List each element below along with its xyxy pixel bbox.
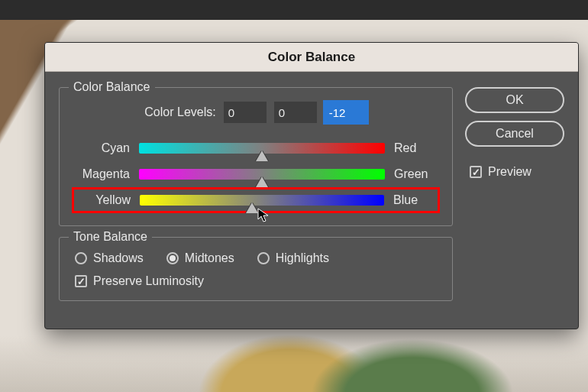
slider-yellow-blue-highlighted[interactable]: Yellow Blue xyxy=(72,187,440,213)
slider-magenta-green[interactable]: Magenta Green xyxy=(72,161,440,187)
radio-label: Shadows xyxy=(93,251,144,265)
slider-cyan-red[interactable]: Cyan Red xyxy=(72,135,440,161)
preserve-luminosity-checkbox[interactable] xyxy=(75,275,87,287)
slider-thumb-icon[interactable] xyxy=(256,177,268,187)
slider-thumb-icon[interactable] xyxy=(246,202,258,213)
radio-highlights[interactable]: Highlights xyxy=(257,251,329,265)
level-input-2[interactable] xyxy=(325,102,367,123)
slider-label-cyan: Cyan xyxy=(75,141,130,155)
ok-button[interactable]: OK xyxy=(465,87,564,113)
color-balance-group: Color Balance Color Levels: Cyan Red Mag… xyxy=(59,87,453,226)
slider-label-green: Green xyxy=(394,167,437,181)
radio-label: Midtones xyxy=(185,251,234,265)
radio-midtones[interactable]: Midtones xyxy=(166,251,234,265)
slider-label-magenta: Magenta xyxy=(75,167,130,181)
slider-thumb-icon[interactable] xyxy=(256,151,268,161)
color-balance-dialog: Color Balance Color Balance Color Levels… xyxy=(44,42,579,329)
slider-label-yellow: Yellow xyxy=(76,193,131,207)
slider-track-cyan-red[interactable] xyxy=(139,143,385,154)
tone-balance-legend: Tone Balance xyxy=(69,230,152,244)
radio-icon xyxy=(75,252,87,264)
radio-icon xyxy=(166,252,179,264)
slider-track-yellow-blue[interactable] xyxy=(140,195,384,206)
radio-shadows[interactable]: Shadows xyxy=(75,251,144,265)
radio-label: Highlights xyxy=(276,251,329,265)
color-levels-label: Color Levels: xyxy=(144,105,215,119)
preview-label: Preview xyxy=(488,165,531,179)
preserve-luminosity-label: Preserve Luminosity xyxy=(93,274,204,288)
level-input-1[interactable] xyxy=(274,102,317,123)
preview-checkbox[interactable] xyxy=(470,166,482,178)
dialog-title: Color Balance xyxy=(45,43,578,72)
slider-track-magenta-green[interactable] xyxy=(139,169,385,180)
slider-label-red: Red xyxy=(394,141,437,155)
cancel-button[interactable]: Cancel xyxy=(465,121,564,147)
slider-label-blue: Blue xyxy=(393,193,436,207)
radio-icon xyxy=(257,252,270,264)
tone-balance-group: Tone Balance Shadows Midtones Highlights xyxy=(59,237,453,301)
color-balance-legend: Color Balance xyxy=(69,80,155,94)
level-input-0[interactable] xyxy=(224,102,267,123)
